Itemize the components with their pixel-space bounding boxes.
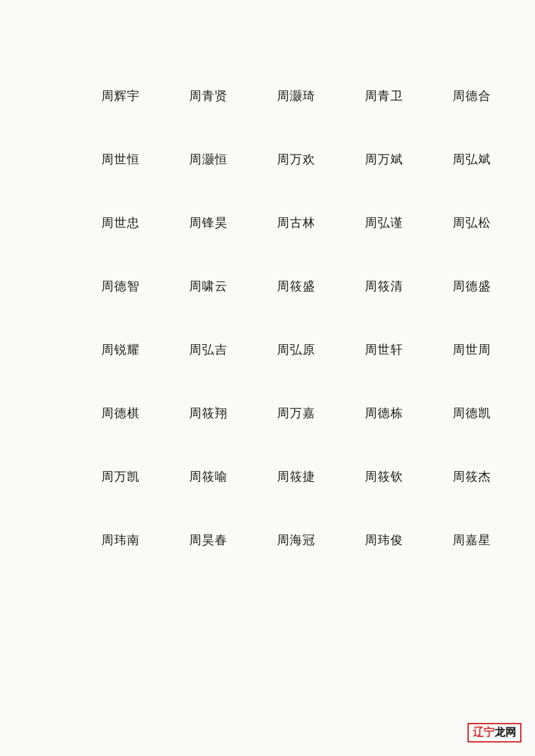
- name-item: 周辉宇: [101, 88, 169, 104]
- name-item: 周嘉星: [453, 532, 520, 548]
- names-row: 周锐耀周弘吉周弘原周世轩周世周: [101, 342, 434, 358]
- name-item: 周德凯: [453, 405, 520, 421]
- names-row: 周万凯周筱喻周筱捷周筱钦周筱杰: [101, 468, 434, 485]
- name-item: 周海冠: [277, 532, 345, 548]
- name-item: 周锐耀: [101, 342, 169, 358]
- name-item: 周万嘉: [277, 405, 345, 421]
- watermark: 辽宁龙网: [467, 723, 521, 742]
- watermark-text: 辽宁: [473, 726, 494, 738]
- name-item: 周锋昊: [189, 215, 257, 231]
- name-item: 周德智: [101, 278, 169, 294]
- name-item: 周世轩: [365, 342, 432, 358]
- name-item: 周德合: [453, 88, 520, 104]
- name-item: 周玮南: [101, 532, 169, 548]
- name-item: 周万欢: [277, 151, 345, 167]
- name-item: 周弘吉: [189, 342, 257, 358]
- name-item: 周灏恒: [189, 151, 257, 167]
- name-item: 周筱盛: [277, 278, 345, 294]
- name-item: 周世忠: [101, 215, 169, 231]
- names-row: 周玮南周昊春周海冠周玮俊周嘉星: [101, 532, 434, 548]
- name-item: 周玮俊: [365, 532, 432, 548]
- name-item: 周弘松: [453, 215, 520, 231]
- name-item: 周德栋: [365, 405, 432, 421]
- name-item: 周筱翔: [189, 405, 257, 421]
- name-item: 周啸云: [189, 278, 257, 294]
- name-item: 周万斌: [365, 151, 432, 167]
- name-item: 周昊春: [189, 532, 257, 548]
- name-item: 周青贤: [189, 88, 257, 104]
- names-row: 周辉宇周青贤周灏琦周青卫周德合: [101, 88, 434, 104]
- name-item: 周灏琦: [277, 88, 345, 104]
- names-container: 周辉宇周青贤周灏琦周青卫周德合周世恒周灏恒周万欢周万斌周弘斌周世忠周锋昊周古林周…: [0, 0, 535, 649]
- watermark-text2: 龙网: [494, 726, 516, 738]
- names-row: 周世忠周锋昊周古林周弘谨周弘松: [101, 215, 434, 231]
- name-item: 周古林: [277, 215, 345, 231]
- name-item: 周筱杰: [453, 468, 520, 485]
- name-item: 周世周: [453, 342, 520, 358]
- name-item: 周弘原: [277, 342, 345, 358]
- name-item: 周筱清: [365, 278, 432, 294]
- name-item: 周德盛: [453, 278, 520, 294]
- name-item: 周万凯: [101, 468, 169, 485]
- names-row: 周德棋周筱翔周万嘉周德栋周德凯: [101, 405, 434, 421]
- name-item: 周筱捷: [277, 468, 345, 485]
- name-item: 周青卫: [365, 88, 432, 104]
- name-item: 周世恒: [101, 151, 169, 167]
- name-item: 周筱钦: [365, 468, 432, 485]
- names-row: 周德智周啸云周筱盛周筱清周德盛: [101, 278, 434, 294]
- name-item: 周弘谨: [365, 215, 432, 231]
- names-row: 周世恒周灏恒周万欢周万斌周弘斌: [101, 151, 434, 167]
- name-item: 周弘斌: [453, 151, 520, 167]
- name-item: 周德棋: [101, 405, 169, 421]
- name-item: 周筱喻: [189, 468, 257, 485]
